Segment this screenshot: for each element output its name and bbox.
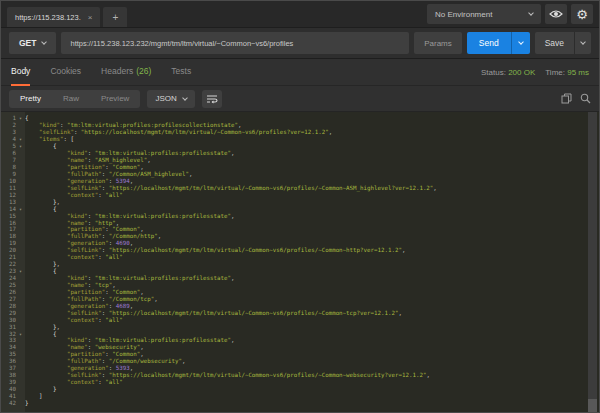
code-text: "kind": "tm:ltm:virtual:profiles:profile… [25, 213, 234, 219]
vertical-scrollbar[interactable] [588, 112, 597, 412]
response-body-viewer: 1▾{2 "kind": "tm:ltm:virtual:profiles:pr… [1, 112, 599, 412]
line-number: 3 [1, 129, 16, 135]
line-number: 1 [1, 115, 16, 121]
line-number: 29 [1, 310, 16, 316]
code-text: "partition": "Common", [25, 351, 144, 357]
code-text: }, [25, 261, 60, 267]
plus-icon: + [113, 12, 119, 23]
line-number: 38 [1, 372, 16, 378]
environment-select-value: No Environment [435, 10, 492, 19]
line-number: 36 [1, 358, 16, 364]
code-text: "kind": "tm:ltm:virtual:profiles:profile… [25, 122, 241, 128]
chevron-down-icon [182, 95, 188, 101]
code-line: 41 ] [1, 393, 599, 400]
code-text: "partition": "Common", [25, 164, 144, 170]
url-input-value: https://115.238.123.232/mgmt/tm/ltm/virt… [70, 39, 293, 48]
format-select-value: JSON [155, 94, 176, 103]
environment-quick-look-button[interactable] [545, 4, 567, 24]
code-line: 1▾{ [1, 115, 599, 122]
code-text: "name": "ASM_highlevel", [25, 157, 151, 163]
fold-open-icon[interactable]: ▾ [16, 115, 25, 121]
fold-open-icon[interactable]: ▾ [16, 331, 25, 337]
code-line: 8 "partition": "Common", [1, 164, 599, 171]
code-line: 4▾ "items": [ [1, 136, 599, 143]
line-number: 19 [1, 240, 16, 246]
method-select[interactable]: GET [9, 32, 56, 54]
line-number: 33 [1, 337, 16, 343]
code-line: 29 "selfLink": "https://localhost/mgmt/t… [1, 309, 599, 316]
code-text: "partition": "Common", [25, 226, 144, 232]
line-number: 30 [1, 317, 16, 323]
tab-body[interactable]: Body [11, 59, 30, 86]
code-text: { [25, 331, 56, 337]
code-line: 6 "kind": "tm:ltm:virtual:profiles:profi… [1, 150, 599, 157]
code-line: 5▾ { [1, 143, 599, 150]
text-wrap-icon [206, 94, 218, 104]
code-line: 24 "kind": "tm:ltm:virtual:profiles:prof… [1, 275, 599, 282]
tab-headers[interactable]: Headers (26) [101, 59, 151, 86]
tab-cookies[interactable]: Cookies [50, 59, 81, 86]
code-text: "kind": "tm:ltm:virtual:profiles:profile… [25, 275, 234, 281]
fold-open-icon[interactable]: ▾ [16, 206, 25, 212]
code-line: 7 "name": "ASM_highlevel", [1, 157, 599, 164]
save-options-button[interactable] [574, 32, 591, 54]
code-text: }, [25, 199, 60, 205]
send-button[interactable]: Send [467, 32, 511, 54]
line-number: 24 [1, 275, 16, 281]
code-text: } [25, 400, 29, 406]
line-number: 22 [1, 261, 16, 267]
line-number: 28 [1, 303, 16, 309]
copy-icon[interactable] [561, 93, 572, 104]
code-line: 23▾ { [1, 268, 599, 275]
view-mode-pretty[interactable]: Pretty [9, 90, 52, 108]
line-number: 16 [1, 220, 16, 226]
gear-icon: ⚙ [576, 8, 588, 21]
send-options-button[interactable] [511, 32, 530, 54]
code-text: { [25, 268, 56, 274]
params-button[interactable]: Params [414, 32, 462, 54]
line-number: 26 [1, 289, 16, 295]
line-number: 4 [1, 136, 16, 142]
settings-button[interactable]: ⚙ [571, 4, 593, 24]
code-text: "generation": 5394, [25, 178, 133, 184]
format-select[interactable]: JSON [147, 90, 194, 108]
code-line: 16 "name": "http", [1, 219, 599, 226]
view-mode-preview[interactable]: Preview [90, 90, 140, 108]
code-text: "selfLink": "https://localhost/mgmt/tm/l… [25, 372, 430, 378]
search-icon[interactable] [580, 93, 591, 104]
line-number: 6 [1, 150, 16, 156]
code-text: "context": "all" [25, 254, 123, 260]
new-tab-button[interactable]: + [103, 7, 127, 27]
code-editor: 1▾{2 "kind": "tm:ltm:virtual:profiles:pr… [1, 112, 599, 406]
code-line: 12 "context": "all" [1, 191, 599, 198]
line-number: 40 [1, 386, 16, 392]
chevron-down-icon [518, 39, 524, 45]
fold-open-icon[interactable]: ▾ [16, 136, 25, 142]
tab-tests[interactable]: Tests [171, 59, 191, 86]
code-line: 17 "partition": "Common", [1, 226, 599, 233]
environment-select[interactable]: No Environment [427, 4, 541, 24]
line-number: 11 [1, 185, 16, 191]
send-button-group: Send [467, 32, 530, 54]
fold-open-icon[interactable]: ▾ [16, 143, 25, 149]
request-tab[interactable]: https://115.238.123. × [7, 7, 100, 27]
code-text: "name": "http", [25, 220, 119, 226]
line-number: 37 [1, 365, 16, 371]
line-number: 8 [1, 164, 16, 170]
url-input[interactable]: https://115.238.123.232/mgmt/tm/ltm/virt… [61, 32, 409, 54]
line-number: 39 [1, 379, 16, 385]
code-text: "fullPath": "/Common/tcp", [25, 296, 158, 302]
response-tab-bar: Body Cookies Headers (26) Tests Status: … [1, 59, 599, 86]
code-text: "name": "websecurity", [25, 344, 144, 350]
code-text: "selfLink": "https://localhost/mgmt/tm/l… [25, 247, 405, 253]
code-line: 37 "generation": 5393, [1, 365, 599, 372]
code-text: "kind": "tm:ltm:virtual:profiles:profile… [25, 150, 234, 156]
code-line: 15 "kind": "tm:ltm:virtual:profiles:prof… [1, 212, 599, 219]
close-icon[interactable]: × [88, 13, 93, 22]
fold-open-icon[interactable]: ▾ [16, 268, 25, 274]
code-line: 20 "selfLink": "https://localhost/mgmt/t… [1, 247, 599, 254]
view-mode-raw[interactable]: Raw [52, 90, 90, 108]
save-button[interactable]: Save [535, 32, 574, 54]
wrap-text-button[interactable] [202, 90, 222, 108]
scrollbar-thumb[interactable] [588, 399, 597, 412]
